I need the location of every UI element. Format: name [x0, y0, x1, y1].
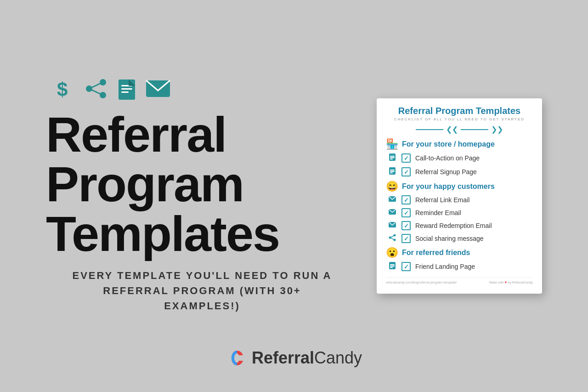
referralcandy-logo-icon — [226, 347, 248, 369]
svg-rect-18 — [390, 171, 395, 172]
store-label: For your store / homepage — [402, 140, 495, 148]
list-item: ✓ Referral Signup Page — [386, 167, 533, 177]
subtitle: EVERY TEMPLATE YOU'LL NEED TO RUN A REFE… — [64, 268, 340, 313]
document-icon — [118, 79, 136, 105]
list-item: ✓ Friend Landing Page — [386, 261, 533, 272]
item-text: Friend Landing Page — [415, 263, 475, 270]
svg-rect-8 — [121, 88, 132, 90]
list-item: ✓ Reminder Email — [386, 208, 533, 217]
dollar-icon: $ — [55, 79, 75, 105]
heart-icon: ♥ — [505, 280, 507, 284]
decor-arrow-left: ❮❮ — [446, 125, 458, 134]
svg-rect-29 — [390, 264, 395, 265]
logo-text: ReferralCandy — [252, 348, 362, 368]
svg-line-27 — [390, 238, 395, 240]
friends-label: For referred friends — [402, 249, 470, 257]
list-item: ✓ Reward Redemption Email — [386, 221, 533, 230]
checkbox-5: ✓ — [401, 221, 411, 230]
main-container: $ — [0, 0, 588, 392]
svg-rect-19 — [390, 172, 393, 173]
customers-label: For your happy customers — [402, 182, 495, 191]
item-text: Call-to-Action on Page — [415, 154, 480, 162]
svg-rect-14 — [390, 157, 395, 158]
footer-made: Made with ♥ by ReferralCandy — [489, 280, 533, 284]
card-divider: ❮❮ ❯❯ — [386, 125, 533, 134]
item-text: Referral Signup Page — [415, 168, 477, 176]
checkbox-3: ✓ — [401, 195, 411, 205]
bottom-logo: ReferralCandy — [226, 347, 362, 369]
checkbox-2: ✓ — [401, 167, 411, 176]
svg-rect-13 — [390, 156, 395, 157]
svg-line-26 — [390, 235, 395, 238]
card-title: Referral Program Templates — [386, 106, 533, 116]
main-title: Referral Program Templates — [46, 110, 279, 259]
item-text: Reminder Email — [415, 209, 461, 216]
svg-rect-31 — [390, 267, 393, 268]
customers-emoji: 😄 — [386, 181, 398, 193]
list-item: ✓ Social sharing message — [386, 234, 533, 243]
checkbox-6: ✓ — [401, 234, 411, 243]
logo-normal: Candy — [314, 348, 362, 367]
email-icon — [145, 79, 171, 105]
decor-line-right — [461, 129, 488, 130]
icons-row: $ — [55, 79, 171, 105]
mail-icon — [388, 209, 397, 217]
section-customers-header: 😄 For your happy customers — [386, 181, 533, 193]
svg-line-5 — [89, 89, 103, 95]
decor-arrow-right: ❯❯ — [491, 125, 503, 134]
item-text: Social sharing message — [415, 235, 484, 242]
card-subtitle: CHECKLIST OF ALL YOU'LL NEED TO GET STAR… — [386, 117, 533, 121]
store-emoji: 🏪 — [386, 138, 398, 150]
section-store-header: 🏪 For your store / homepage — [386, 138, 533, 150]
right-side: Referral Program Templates CHECKLIST OF … — [377, 98, 542, 294]
doc-icon — [388, 261, 397, 272]
footer-url: referralcandy.com/blog/referral-program-… — [386, 281, 457, 284]
mail-icon — [388, 222, 397, 230]
section-friends-header: 😮 For referred friends — [386, 247, 533, 259]
checkbox-1: ✓ — [401, 153, 411, 163]
mail-icon — [388, 196, 397, 204]
checkbox-7: ✓ — [401, 262, 411, 271]
svg-text:$: $ — [57, 79, 68, 99]
friends-emoji: 😮 — [386, 247, 398, 259]
referral-link-email-text: Referral Link Email — [415, 196, 469, 204]
checklist-card: Referral Program Templates CHECKLIST OF … — [377, 98, 542, 294]
svg-line-4 — [89, 82, 103, 89]
checkbox-4: ✓ — [401, 208, 411, 217]
decor-line-left — [416, 129, 443, 130]
card-footer: referralcandy.com/blog/referral-program-… — [386, 277, 533, 284]
list-item: ✓ Referral Link Email — [386, 195, 533, 205]
social-share-icon — [388, 234, 397, 243]
svg-rect-15 — [390, 159, 393, 159]
left-side: $ — [46, 79, 358, 313]
reward-redemption-email-text: Reward Redemption Email — [415, 222, 492, 229]
svg-rect-30 — [390, 266, 395, 267]
doc-icon — [388, 167, 397, 177]
svg-rect-17 — [390, 170, 395, 170]
logo-bold: Referral — [252, 348, 314, 367]
share-icon — [85, 79, 108, 105]
svg-rect-9 — [121, 91, 129, 93]
list-item: ✓ Call-to-Action on Page — [386, 153, 533, 163]
doc-icon — [388, 153, 397, 163]
